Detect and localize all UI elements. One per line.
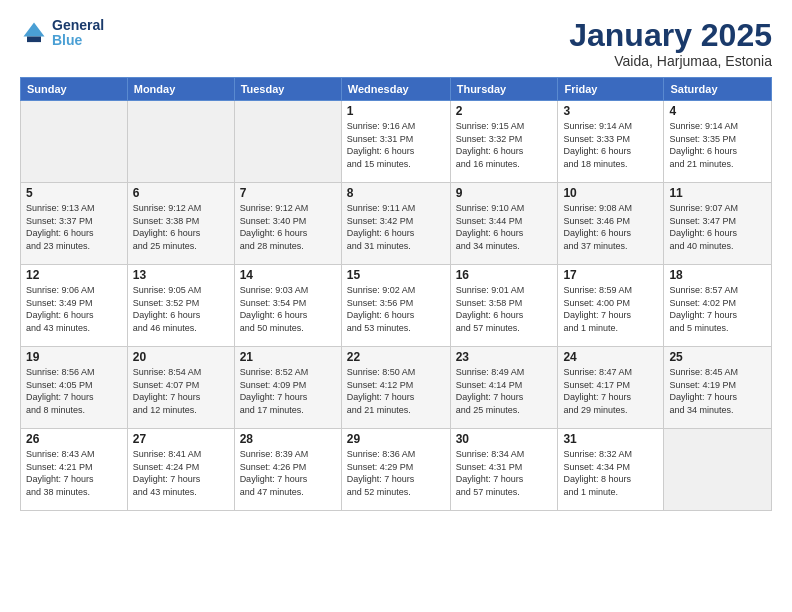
calendar-cell: 17Sunrise: 8:59 AM Sunset: 4:00 PM Dayli… bbox=[558, 265, 664, 347]
calendar-cell: 13Sunrise: 9:05 AM Sunset: 3:52 PM Dayli… bbox=[127, 265, 234, 347]
subtitle: Vaida, Harjumaa, Estonia bbox=[569, 53, 772, 69]
calendar-cell: 19Sunrise: 8:56 AM Sunset: 4:05 PM Dayli… bbox=[21, 347, 128, 429]
calendar-cell: 31Sunrise: 8:32 AM Sunset: 4:34 PM Dayli… bbox=[558, 429, 664, 511]
day-info: Sunrise: 9:15 AM Sunset: 3:32 PM Dayligh… bbox=[456, 120, 553, 170]
day-info: Sunrise: 8:49 AM Sunset: 4:14 PM Dayligh… bbox=[456, 366, 553, 416]
svg-marker-0 bbox=[24, 23, 45, 37]
day-number: 8 bbox=[347, 186, 445, 200]
day-info: Sunrise: 8:47 AM Sunset: 4:17 PM Dayligh… bbox=[563, 366, 658, 416]
calendar-cell: 23Sunrise: 8:49 AM Sunset: 4:14 PM Dayli… bbox=[450, 347, 558, 429]
calendar-cell bbox=[21, 101, 128, 183]
day-number: 13 bbox=[133, 268, 229, 282]
calendar-cell: 14Sunrise: 9:03 AM Sunset: 3:54 PM Dayli… bbox=[234, 265, 341, 347]
day-info: Sunrise: 9:13 AM Sunset: 3:37 PM Dayligh… bbox=[26, 202, 122, 252]
day-number: 20 bbox=[133, 350, 229, 364]
calendar-cell: 20Sunrise: 8:54 AM Sunset: 4:07 PM Dayli… bbox=[127, 347, 234, 429]
day-info: Sunrise: 9:14 AM Sunset: 3:33 PM Dayligh… bbox=[563, 120, 658, 170]
day-number: 9 bbox=[456, 186, 553, 200]
calendar-cell: 25Sunrise: 8:45 AM Sunset: 4:19 PM Dayli… bbox=[664, 347, 772, 429]
logo: General Blue bbox=[20, 18, 104, 49]
day-number: 15 bbox=[347, 268, 445, 282]
day-number: 24 bbox=[563, 350, 658, 364]
day-info: Sunrise: 9:06 AM Sunset: 3:49 PM Dayligh… bbox=[26, 284, 122, 334]
day-number: 28 bbox=[240, 432, 336, 446]
calendar-cell: 22Sunrise: 8:50 AM Sunset: 4:12 PM Dayli… bbox=[341, 347, 450, 429]
calendar-cell: 26Sunrise: 8:43 AM Sunset: 4:21 PM Dayli… bbox=[21, 429, 128, 511]
calendar-week-1: 5Sunrise: 9:13 AM Sunset: 3:37 PM Daylig… bbox=[21, 183, 772, 265]
day-info: Sunrise: 8:45 AM Sunset: 4:19 PM Dayligh… bbox=[669, 366, 766, 416]
day-info: Sunrise: 9:16 AM Sunset: 3:31 PM Dayligh… bbox=[347, 120, 445, 170]
day-info: Sunrise: 8:39 AM Sunset: 4:26 PM Dayligh… bbox=[240, 448, 336, 498]
calendar-cell: 11Sunrise: 9:07 AM Sunset: 3:47 PM Dayli… bbox=[664, 183, 772, 265]
day-info: Sunrise: 9:01 AM Sunset: 3:58 PM Dayligh… bbox=[456, 284, 553, 334]
calendar-cell bbox=[234, 101, 341, 183]
day-number: 17 bbox=[563, 268, 658, 282]
logo-line2: Blue bbox=[52, 32, 82, 48]
calendar: SundayMondayTuesdayWednesdayThursdayFrid… bbox=[20, 77, 772, 511]
logo-line1: General bbox=[52, 18, 104, 33]
calendar-cell: 8Sunrise: 9:11 AM Sunset: 3:42 PM Daylig… bbox=[341, 183, 450, 265]
calendar-cell: 6Sunrise: 9:12 AM Sunset: 3:38 PM Daylig… bbox=[127, 183, 234, 265]
calendar-cell: 30Sunrise: 8:34 AM Sunset: 4:31 PM Dayli… bbox=[450, 429, 558, 511]
day-info: Sunrise: 8:52 AM Sunset: 4:09 PM Dayligh… bbox=[240, 366, 336, 416]
day-number: 19 bbox=[26, 350, 122, 364]
day-info: Sunrise: 9:12 AM Sunset: 3:40 PM Dayligh… bbox=[240, 202, 336, 252]
calendar-cell: 21Sunrise: 8:52 AM Sunset: 4:09 PM Dayli… bbox=[234, 347, 341, 429]
day-info: Sunrise: 9:08 AM Sunset: 3:46 PM Dayligh… bbox=[563, 202, 658, 252]
weekday-header-row: SundayMondayTuesdayWednesdayThursdayFrid… bbox=[21, 78, 772, 101]
calendar-cell: 24Sunrise: 8:47 AM Sunset: 4:17 PM Dayli… bbox=[558, 347, 664, 429]
day-number: 22 bbox=[347, 350, 445, 364]
day-number: 25 bbox=[669, 350, 766, 364]
day-info: Sunrise: 9:10 AM Sunset: 3:44 PM Dayligh… bbox=[456, 202, 553, 252]
day-number: 21 bbox=[240, 350, 336, 364]
day-info: Sunrise: 8:57 AM Sunset: 4:02 PM Dayligh… bbox=[669, 284, 766, 334]
header: General Blue January 2025 Vaida, Harjuma… bbox=[20, 18, 772, 69]
calendar-cell: 5Sunrise: 9:13 AM Sunset: 3:37 PM Daylig… bbox=[21, 183, 128, 265]
day-info: Sunrise: 8:56 AM Sunset: 4:05 PM Dayligh… bbox=[26, 366, 122, 416]
day-info: Sunrise: 9:05 AM Sunset: 3:52 PM Dayligh… bbox=[133, 284, 229, 334]
weekday-saturday: Saturday bbox=[664, 78, 772, 101]
day-number: 7 bbox=[240, 186, 336, 200]
day-info: Sunrise: 8:36 AM Sunset: 4:29 PM Dayligh… bbox=[347, 448, 445, 498]
main-title: January 2025 bbox=[569, 18, 772, 53]
day-number: 10 bbox=[563, 186, 658, 200]
day-info: Sunrise: 8:43 AM Sunset: 4:21 PM Dayligh… bbox=[26, 448, 122, 498]
day-info: Sunrise: 8:54 AM Sunset: 4:07 PM Dayligh… bbox=[133, 366, 229, 416]
day-info: Sunrise: 8:59 AM Sunset: 4:00 PM Dayligh… bbox=[563, 284, 658, 334]
calendar-week-4: 26Sunrise: 8:43 AM Sunset: 4:21 PM Dayli… bbox=[21, 429, 772, 511]
logo-text: General Blue bbox=[52, 18, 104, 49]
calendar-cell: 3Sunrise: 9:14 AM Sunset: 3:33 PM Daylig… bbox=[558, 101, 664, 183]
day-info: Sunrise: 9:02 AM Sunset: 3:56 PM Dayligh… bbox=[347, 284, 445, 334]
logo-icon bbox=[20, 19, 48, 47]
weekday-friday: Friday bbox=[558, 78, 664, 101]
day-number: 18 bbox=[669, 268, 766, 282]
day-number: 30 bbox=[456, 432, 553, 446]
day-number: 14 bbox=[240, 268, 336, 282]
weekday-sunday: Sunday bbox=[21, 78, 128, 101]
day-number: 29 bbox=[347, 432, 445, 446]
svg-rect-1 bbox=[27, 37, 41, 43]
calendar-cell: 9Sunrise: 9:10 AM Sunset: 3:44 PM Daylig… bbox=[450, 183, 558, 265]
calendar-cell: 15Sunrise: 9:02 AM Sunset: 3:56 PM Dayli… bbox=[341, 265, 450, 347]
calendar-cell bbox=[127, 101, 234, 183]
calendar-cell: 28Sunrise: 8:39 AM Sunset: 4:26 PM Dayli… bbox=[234, 429, 341, 511]
calendar-week-2: 12Sunrise: 9:06 AM Sunset: 3:49 PM Dayli… bbox=[21, 265, 772, 347]
calendar-cell: 29Sunrise: 8:36 AM Sunset: 4:29 PM Dayli… bbox=[341, 429, 450, 511]
page: General Blue January 2025 Vaida, Harjuma… bbox=[0, 0, 792, 612]
day-info: Sunrise: 8:34 AM Sunset: 4:31 PM Dayligh… bbox=[456, 448, 553, 498]
day-info: Sunrise: 8:50 AM Sunset: 4:12 PM Dayligh… bbox=[347, 366, 445, 416]
day-number: 5 bbox=[26, 186, 122, 200]
day-number: 6 bbox=[133, 186, 229, 200]
day-info: Sunrise: 8:32 AM Sunset: 4:34 PM Dayligh… bbox=[563, 448, 658, 498]
day-info: Sunrise: 9:14 AM Sunset: 3:35 PM Dayligh… bbox=[669, 120, 766, 170]
day-number: 23 bbox=[456, 350, 553, 364]
weekday-thursday: Thursday bbox=[450, 78, 558, 101]
weekday-wednesday: Wednesday bbox=[341, 78, 450, 101]
day-info: Sunrise: 9:11 AM Sunset: 3:42 PM Dayligh… bbox=[347, 202, 445, 252]
day-number: 27 bbox=[133, 432, 229, 446]
calendar-cell bbox=[664, 429, 772, 511]
day-info: Sunrise: 8:41 AM Sunset: 4:24 PM Dayligh… bbox=[133, 448, 229, 498]
day-number: 3 bbox=[563, 104, 658, 118]
calendar-week-0: 1Sunrise: 9:16 AM Sunset: 3:31 PM Daylig… bbox=[21, 101, 772, 183]
calendar-week-3: 19Sunrise: 8:56 AM Sunset: 4:05 PM Dayli… bbox=[21, 347, 772, 429]
